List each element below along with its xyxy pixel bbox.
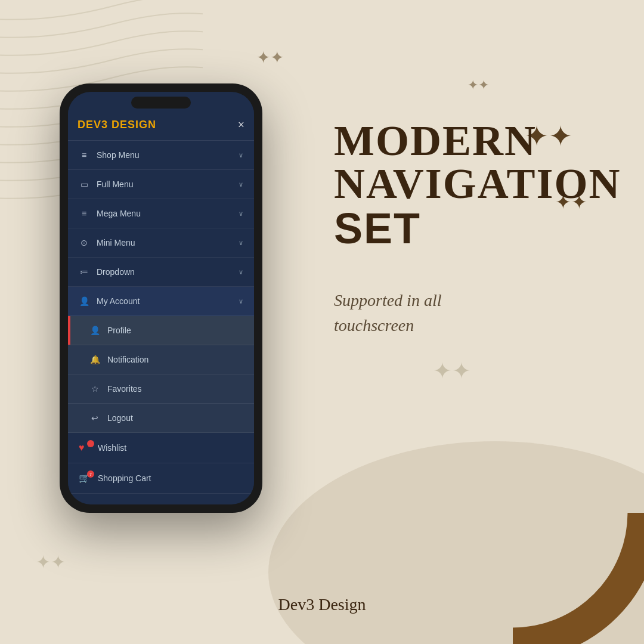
- menu-item-logout[interactable]: ↩ Logout: [68, 404, 254, 433]
- menu-list: ≡ Shop Menu ∨ ▭ Full Menu ∨ ≡ Mega Menu …: [68, 141, 254, 494]
- favorites-label: Favorites: [107, 384, 243, 394]
- account-label: My Account: [97, 296, 235, 306]
- right-content: MODERN NAVIGATION SET Supported in all t…: [334, 119, 596, 338]
- profile-label: Profile: [107, 326, 243, 335]
- dropdown-chevron: ∨: [239, 268, 243, 276]
- wishlist-icon-wrapper: ♥: [79, 442, 92, 453]
- account-icon: 👤: [79, 296, 89, 306]
- notification-icon: 🔔: [89, 355, 100, 364]
- menu-item-full[interactable]: ▭ Full Menu ∨: [68, 170, 254, 199]
- close-button[interactable]: ×: [238, 118, 244, 132]
- favorites-icon: ☆: [89, 384, 100, 394]
- cart-icon-wrapper: 🛒 7: [79, 473, 92, 484]
- menu-item-notification[interactable]: 🔔 Notification: [68, 345, 254, 374]
- title-line2: NAVIGATION: [334, 162, 596, 205]
- phone-outer: DEV3 DESIGN × ≡ Shop Menu ∨ ▭ Full Menu …: [60, 83, 262, 513]
- phone-screen: DEV3 DESIGN × ≡ Shop Menu ∨ ▭ Full Menu …: [68, 92, 254, 504]
- phone-notch: [131, 97, 191, 109]
- menu-item-account[interactable]: 👤 My Account ∨: [68, 287, 254, 316]
- cart-label: Shopping Cart: [98, 473, 243, 483]
- logo-3: 3: [101, 119, 108, 131]
- mini-menu-icon: ⊙: [79, 238, 89, 247]
- logo-suffix: DESIGN: [112, 119, 156, 131]
- logo: DEV3 DESIGN: [78, 119, 156, 131]
- wishlist-label: Wishlist: [98, 443, 243, 453]
- notification-label: Notification: [107, 355, 243, 364]
- sparkle-icon-5: ✦: [433, 358, 471, 384]
- menu-item-mega[interactable]: ≡ Mega Menu ∨: [68, 199, 254, 228]
- full-menu-chevron: ∨: [239, 181, 243, 188]
- subtitle: Supported in all touchscreen: [334, 288, 596, 338]
- full-menu-icon: ▭: [79, 179, 89, 189]
- menu-item-cart[interactable]: 🛒 7 Shopping Cart: [68, 463, 254, 494]
- logo-prefix: DEV: [78, 119, 101, 131]
- menu-item-wishlist[interactable]: ♥ Wishlist: [68, 433, 254, 463]
- phone-mockup: DEV3 DESIGN × ≡ Shop Menu ∨ ▭ Full Menu …: [60, 83, 262, 513]
- mega-menu-label: Mega Menu: [97, 209, 235, 218]
- dropdown-icon: ≔: [79, 267, 89, 277]
- subtitle-line1: Supported in all: [334, 291, 441, 309]
- profile-accent: [68, 316, 70, 345]
- mini-menu-chevron: ∨: [239, 239, 243, 247]
- menu-item-mini[interactable]: ⊙ Mini Menu ∨: [68, 228, 254, 258]
- menu-item-shop[interactable]: ≡ Shop Menu ∨: [68, 141, 254, 170]
- sparkle-icon-1: ✦: [256, 48, 284, 67]
- mini-menu-label: Mini Menu: [97, 238, 235, 247]
- bottom-brand: Dev3 Design: [278, 595, 366, 614]
- title-line3: SET: [334, 205, 596, 252]
- logout-icon: ↩: [89, 413, 100, 423]
- wishlist-badge: [87, 440, 94, 447]
- account-chevron: ∨: [239, 298, 243, 305]
- mega-menu-chevron: ∨: [239, 210, 243, 218]
- profile-icon: 👤: [89, 326, 100, 335]
- wishlist-heart-icon: ♥: [79, 442, 85, 453]
- menu-item-favorites[interactable]: ☆ Favorites: [68, 374, 254, 404]
- dropdown-label: Dropdown: [97, 267, 235, 277]
- full-menu-label: Full Menu: [97, 179, 235, 189]
- shop-menu-chevron: ∨: [239, 151, 243, 159]
- shop-menu-label: Shop Menu: [97, 150, 235, 160]
- sparkle-icon-6: ✦: [36, 552, 66, 572]
- menu-item-profile[interactable]: 👤 Profile: [68, 316, 254, 345]
- sparkle-icon-2: ✦: [467, 78, 489, 93]
- arc-decoration: [513, 513, 644, 644]
- menu-item-dropdown[interactable]: ≔ Dropdown ∨: [68, 258, 254, 287]
- title-line1: MODERN: [334, 119, 596, 162]
- mega-menu-icon: ≡: [79, 209, 89, 218]
- shop-menu-icon: ≡: [79, 150, 89, 160]
- logout-label: Logout: [107, 413, 243, 423]
- subtitle-line2: touchscreen: [334, 316, 414, 335]
- nav-header: DEV3 DESIGN ×: [68, 110, 254, 141]
- cart-badge: 7: [87, 470, 94, 478]
